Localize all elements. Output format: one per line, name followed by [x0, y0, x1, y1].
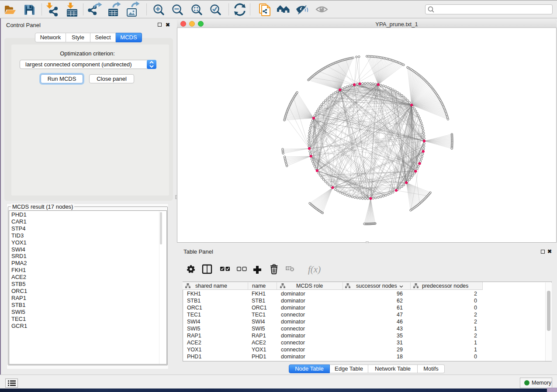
svg-text:f(x): f(x): [308, 264, 321, 275]
